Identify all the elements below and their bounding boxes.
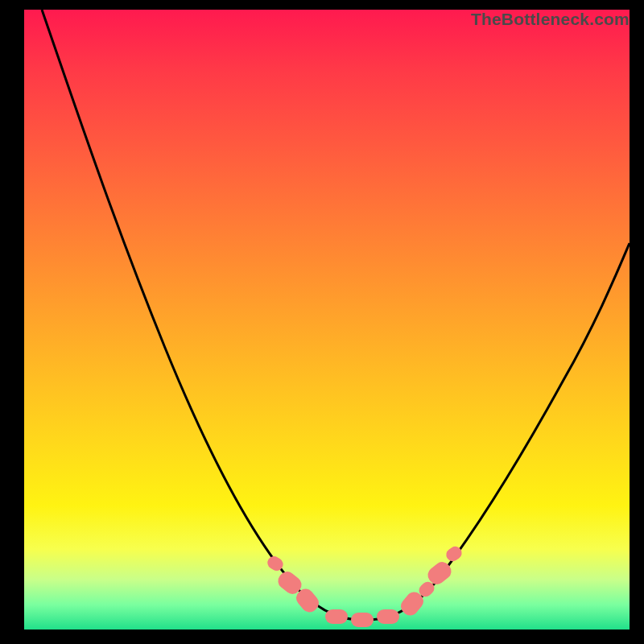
marker-bead [351, 613, 374, 627]
bottleneck-curve [24, 10, 630, 630]
plot-area [24, 10, 630, 630]
watermark-label: TheBottleneck.com [471, 10, 630, 29]
curve-path [42, 10, 630, 620]
marker-bead [377, 609, 399, 624]
marker-bead [325, 609, 348, 624]
chart-frame: TheBottleneck.com [0, 0, 644, 644]
